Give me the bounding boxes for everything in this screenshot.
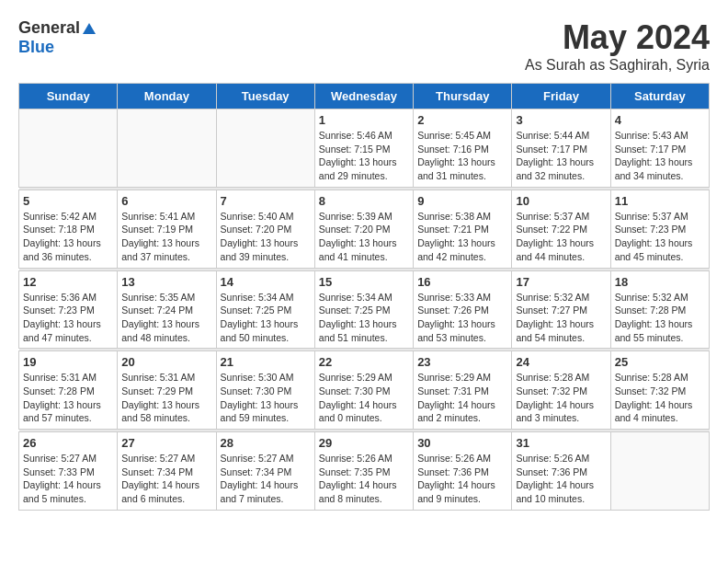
calendar-cell: 22Sunrise: 5:29 AM Sunset: 7:30 PM Dayli… [314,351,413,430]
day-info: Sunrise: 5:26 AM Sunset: 7:36 PM Dayligh… [516,452,606,506]
day-number: 30 [417,436,507,450]
calendar-week-row: 26Sunrise: 5:27 AM Sunset: 7:33 PM Dayli… [19,432,710,511]
day-info: Sunrise: 5:32 AM Sunset: 7:27 PM Dayligh… [516,291,606,345]
day-info: Sunrise: 5:27 AM Sunset: 7:33 PM Dayligh… [23,452,113,506]
day-info: Sunrise: 5:33 AM Sunset: 7:26 PM Dayligh… [417,291,507,345]
day-number: 19 [23,355,113,369]
calendar-cell: 2Sunrise: 5:45 AM Sunset: 7:16 PM Daylig… [414,109,512,188]
calendar-cell: 28Sunrise: 5:27 AM Sunset: 7:34 PM Dayli… [216,432,314,511]
day-number: 10 [516,194,606,208]
day-number: 12 [23,275,113,289]
day-info: Sunrise: 5:42 AM Sunset: 7:18 PM Dayligh… [23,210,113,264]
calendar-cell: 18Sunrise: 5:32 AM Sunset: 7:28 PM Dayli… [610,270,709,349]
calendar-cell: 8Sunrise: 5:39 AM Sunset: 7:20 PM Daylig… [314,190,413,268]
day-info: Sunrise: 5:44 AM Sunset: 7:17 PM Dayligh… [516,129,606,183]
calendar-week-row: 1Sunrise: 5:46 AM Sunset: 7:15 PM Daylig… [19,109,710,188]
day-info: Sunrise: 5:27 AM Sunset: 7:34 PM Dayligh… [121,452,211,506]
calendar-cell: 25Sunrise: 5:28 AM Sunset: 7:32 PM Dayli… [610,351,709,430]
weekday-header-sunday: Sunday [19,84,118,109]
calendar-cell [118,109,216,188]
calendar-cell: 15Sunrise: 5:34 AM Sunset: 7:25 PM Dayli… [314,270,413,349]
day-info: Sunrise: 5:28 AM Sunset: 7:32 PM Dayligh… [615,371,705,425]
weekday-header-thursday: Thursday [414,84,512,109]
weekday-header-wednesday: Wednesday [314,84,413,109]
day-info: Sunrise: 5:36 AM Sunset: 7:23 PM Dayligh… [23,291,113,345]
day-number: 5 [23,194,113,208]
calendar-cell: 12Sunrise: 5:36 AM Sunset: 7:23 PM Dayli… [19,270,118,349]
day-number: 2 [417,113,507,127]
day-number: 25 [615,355,705,369]
day-number: 16 [417,275,507,289]
day-number: 14 [221,275,311,289]
calendar-cell: 9Sunrise: 5:38 AM Sunset: 7:21 PM Daylig… [414,190,512,268]
calendar-cell: 21Sunrise: 5:30 AM Sunset: 7:30 PM Dayli… [216,351,314,430]
calendar-cell: 17Sunrise: 5:32 AM Sunset: 7:27 PM Dayli… [512,270,610,349]
logo-blue: Blue [18,38,54,56]
day-info: Sunrise: 5:41 AM Sunset: 7:19 PM Dayligh… [121,210,211,264]
day-number: 11 [615,194,705,208]
location-subtitle: As Surah as Saghirah, Syria [525,57,710,74]
calendar-cell: 6Sunrise: 5:41 AM Sunset: 7:19 PM Daylig… [118,190,216,268]
day-info: Sunrise: 5:31 AM Sunset: 7:29 PM Dayligh… [121,371,211,425]
day-info: Sunrise: 5:29 AM Sunset: 7:30 PM Dayligh… [319,371,409,425]
weekday-header-saturday: Saturday [610,84,709,109]
calendar-cell: 1Sunrise: 5:46 AM Sunset: 7:15 PM Daylig… [314,109,413,188]
day-info: Sunrise: 5:37 AM Sunset: 7:22 PM Dayligh… [516,210,606,264]
day-info: Sunrise: 5:40 AM Sunset: 7:20 PM Dayligh… [221,210,311,264]
day-number: 13 [121,275,211,289]
calendar-cell: 31Sunrise: 5:26 AM Sunset: 7:36 PM Dayli… [512,432,610,511]
day-info: Sunrise: 5:27 AM Sunset: 7:34 PM Dayligh… [221,452,311,506]
calendar-week-row: 12Sunrise: 5:36 AM Sunset: 7:23 PM Dayli… [19,270,710,349]
day-number: 3 [516,113,606,127]
calendar-cell: 4Sunrise: 5:43 AM Sunset: 7:17 PM Daylig… [610,109,709,188]
day-number: 6 [121,194,211,208]
day-info: Sunrise: 5:35 AM Sunset: 7:24 PM Dayligh… [121,291,211,345]
month-year-title: May 2024 [525,18,710,57]
calendar-cell: 26Sunrise: 5:27 AM Sunset: 7:33 PM Dayli… [19,432,118,511]
day-number: 9 [417,194,507,208]
day-info: Sunrise: 5:45 AM Sunset: 7:16 PM Dayligh… [417,129,507,183]
calendar-cell: 30Sunrise: 5:26 AM Sunset: 7:36 PM Dayli… [414,432,512,511]
weekday-header-friday: Friday [512,84,610,109]
day-number: 27 [121,436,211,450]
day-info: Sunrise: 5:28 AM Sunset: 7:32 PM Dayligh… [516,371,606,425]
title-block: May 2024 As Surah as Saghirah, Syria [525,18,710,74]
calendar-cell: 7Sunrise: 5:40 AM Sunset: 7:20 PM Daylig… [216,190,314,268]
calendar-cell: 29Sunrise: 5:26 AM Sunset: 7:35 PM Dayli… [314,432,413,511]
day-info: Sunrise: 5:39 AM Sunset: 7:20 PM Dayligh… [319,210,409,264]
day-number: 4 [615,113,705,127]
calendar-cell: 20Sunrise: 5:31 AM Sunset: 7:29 PM Dayli… [118,351,216,430]
day-number: 28 [221,436,311,450]
calendar-cell [19,109,118,188]
calendar-cell [216,109,314,188]
day-number: 26 [23,436,113,450]
day-number: 18 [615,275,705,289]
calendar-cell: 11Sunrise: 5:37 AM Sunset: 7:23 PM Dayli… [610,190,709,268]
day-info: Sunrise: 5:37 AM Sunset: 7:23 PM Dayligh… [615,210,705,264]
calendar-cell: 3Sunrise: 5:44 AM Sunset: 7:17 PM Daylig… [512,109,610,188]
weekday-header-tuesday: Tuesday [216,84,314,109]
calendar-cell: 10Sunrise: 5:37 AM Sunset: 7:22 PM Dayli… [512,190,610,268]
logo-text: General Blue [18,18,98,57]
day-number: 17 [516,275,606,289]
calendar-cell: 14Sunrise: 5:34 AM Sunset: 7:25 PM Dayli… [216,270,314,349]
day-number: 29 [319,436,409,450]
calendar-cell: 27Sunrise: 5:27 AM Sunset: 7:34 PM Dayli… [118,432,216,511]
calendar-cell: 23Sunrise: 5:29 AM Sunset: 7:31 PM Dayli… [414,351,512,430]
calendar-table: SundayMondayTuesdayWednesdayThursdayFrid… [18,83,710,511]
day-number: 21 [221,355,311,369]
day-number: 22 [319,355,409,369]
logo-icon [81,21,97,38]
day-info: Sunrise: 5:26 AM Sunset: 7:35 PM Dayligh… [319,452,409,506]
calendar-cell: 24Sunrise: 5:28 AM Sunset: 7:32 PM Dayli… [512,351,610,430]
page-header: General Blue May 2024 As Surah as Saghir… [18,18,710,74]
day-info: Sunrise: 5:34 AM Sunset: 7:25 PM Dayligh… [319,291,409,345]
day-number: 23 [417,355,507,369]
calendar-cell: 19Sunrise: 5:31 AM Sunset: 7:28 PM Dayli… [19,351,118,430]
day-number: 31 [516,436,606,450]
calendar-cell: 16Sunrise: 5:33 AM Sunset: 7:26 PM Dayli… [414,270,512,349]
day-info: Sunrise: 5:26 AM Sunset: 7:36 PM Dayligh… [417,452,507,506]
day-info: Sunrise: 5:32 AM Sunset: 7:28 PM Dayligh… [615,291,705,345]
day-number: 15 [319,275,409,289]
logo-general: General [18,18,80,37]
